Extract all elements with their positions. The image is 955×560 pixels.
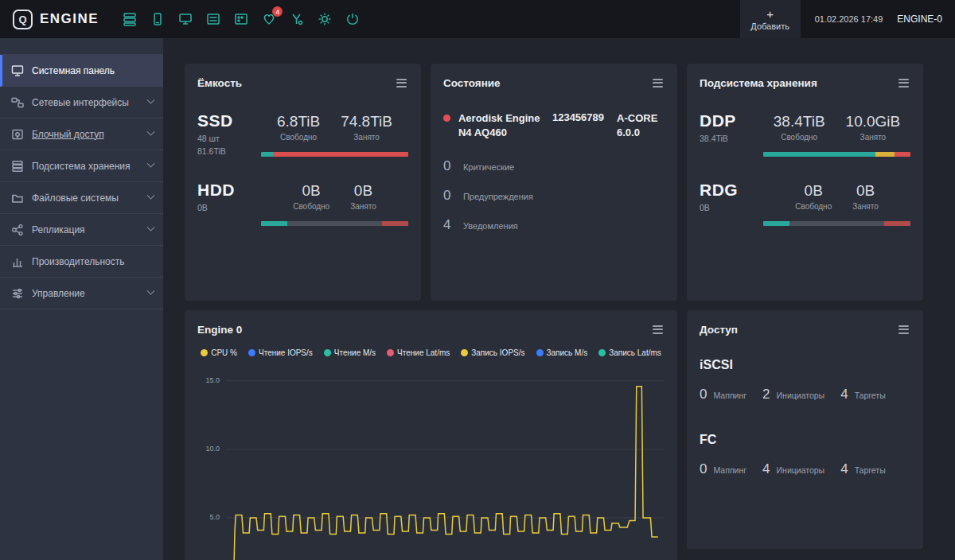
sidebar-item-performance[interactable]: Производительность (0, 246, 163, 278)
brand: Q ENGINE (13, 10, 99, 29)
sidebar-item-file-systems[interactable]: Файловые системы (0, 182, 163, 214)
chevron-down-icon (147, 128, 155, 136)
status-item-critical: 0 Критические (443, 158, 665, 174)
storage-shelf-icon[interactable] (119, 9, 140, 29)
used-label: Занято (852, 202, 879, 211)
card-menu-icon[interactable] (651, 321, 665, 337)
legend-item[interactable]: CPU % (201, 348, 237, 357)
monitor-icon[interactable] (175, 9, 196, 29)
stat-value: 0 (700, 387, 707, 402)
legend-dot (598, 349, 606, 356)
status-label: Критические (463, 162, 514, 172)
chevron-down-icon (147, 287, 155, 295)
pool-sub: 0B (197, 203, 261, 212)
main-content: Ёмкость SSD 48 шт 81.6TiB 6.8TiBСвободно… (163, 38, 955, 560)
stat-label: Таргеты (855, 465, 886, 475)
stat-targets: 4Таргеты (840, 461, 886, 477)
legend-dot (201, 349, 208, 356)
chart-legend: CPU % Чтение IOPS/s Чтение M/s Чтение La… (197, 348, 665, 357)
sidebar-item-network-interfaces[interactable]: Сетевые интерфейсы (0, 87, 163, 119)
block-device-icon (11, 128, 24, 141)
top-header: Q ENGINE 4 + (0, 0, 955, 38)
logo-icon: Q (13, 10, 33, 29)
protocol-name: FC (700, 433, 910, 447)
stat-targets: 4Таргеты (840, 387, 886, 402)
access-section-iscsi: iSCSI 0Маппинг 2Инициаторы 4Таргеты (700, 358, 910, 402)
used-label: Занято (341, 133, 392, 142)
stat-label: Таргеты (855, 391, 886, 400)
sidebar-item-label: Файловые системы (32, 192, 119, 204)
pool-sub: 0B (700, 203, 763, 212)
legend-item[interactable]: Запись Lat/ms (598, 348, 661, 357)
legend-item[interactable]: Чтение Lat/ms (387, 348, 450, 357)
legend-item[interactable]: Запись IOPS/s (461, 348, 524, 357)
power-refresh-icon[interactable] (342, 9, 363, 29)
sidebar-item-storage-subsystem[interactable]: Подсистема хранения (0, 150, 163, 182)
screen-grid-icon[interactable] (231, 9, 251, 29)
device-icon[interactable] (147, 9, 168, 29)
legend-label: Запись Lat/ms (609, 348, 661, 357)
used-label: Занято (350, 202, 376, 211)
capacity-group-hdd: HDD 0B 0BСвободно 0BЗанято (197, 181, 408, 226)
card-menu-icon[interactable] (897, 75, 910, 91)
firmware-version: A-CORE 6.0.0 (617, 111, 665, 139)
protocol-name: iSCSI (700, 358, 910, 372)
pool-name: SSD (197, 111, 261, 130)
status-count: 0 (443, 158, 452, 174)
engine-selector[interactable]: ENGINE-0 (897, 14, 942, 25)
legend-item[interactable]: Чтение IOPS/s (248, 348, 313, 357)
status-item-notifications: 4 Уведомления (443, 217, 665, 233)
pool-name: HDD (197, 181, 261, 200)
free-value: 6.8TiB (277, 113, 320, 130)
health-heart-icon[interactable]: 4 (259, 9, 279, 29)
performance-chart: 5.010.015.0 (197, 370, 665, 560)
storage-group-rdg: RDG 0B 0BСвободно 0BЗанято (700, 181, 910, 226)
legend-item[interactable]: Чтение M/s (324, 348, 376, 357)
legend-item[interactable]: Запись M/s (536, 348, 588, 357)
engine-chart (226, 370, 665, 560)
network-icon (11, 96, 24, 109)
chevron-down-icon (147, 96, 155, 104)
stat-value: 4 (840, 387, 848, 402)
legend-label: Чтение IOPS/s (259, 348, 313, 357)
access-section-fc: FC 0Маппинг 4Инициаторы 4Таргеты (700, 433, 910, 477)
status-card: Состояние Aerodisk Engine N4 AQ460 12345… (431, 64, 677, 301)
legend-label: Чтение M/s (334, 348, 376, 357)
add-button[interactable]: + Добавить (740, 0, 801, 38)
card-menu-icon[interactable] (395, 75, 408, 91)
capacity-bar (763, 221, 910, 226)
legend-label: Запись IOPS/s (471, 348, 524, 357)
stat-value: 2 (762, 387, 770, 402)
sensors-icon[interactable] (286, 9, 307, 29)
status-count: 4 (443, 217, 452, 233)
chevron-down-icon (147, 160, 155, 168)
capacity-card: Ёмкость SSD 48 шт 81.6TiB 6.8TiBСвободно… (185, 64, 421, 301)
free-label: Свободно (293, 202, 329, 211)
free-value: 0B (795, 182, 832, 200)
sidebar-item-replication[interactable]: Репликация (0, 214, 163, 246)
legend-label: CPU % (211, 348, 237, 357)
stat-label: Маппинг (714, 465, 747, 475)
sidebar: Системная панель Сетевые интерфейсы Блоч… (0, 38, 163, 560)
list-panel-icon[interactable] (203, 9, 224, 29)
stat-value: 0 (700, 461, 707, 477)
gear-icon[interactable] (314, 9, 335, 29)
used-value: 0B (350, 182, 376, 200)
card-menu-icon[interactable] (897, 321, 910, 337)
status-label: Предупреждения (463, 192, 533, 201)
pool-sub: 48 шт (197, 134, 261, 143)
sidebar-item-label: Управление (32, 288, 85, 299)
header-icon-bar: 4 (119, 9, 363, 29)
engine-performance-card: Engine 0 CPU % Чтение IOPS/s Чтение M/s … (185, 310, 677, 560)
sidebar-item-label: Производительность (32, 256, 124, 267)
stat-label: Инициаторы (777, 465, 825, 475)
stat-label: Маппинг (714, 391, 747, 400)
legend-label: Чтение Lat/ms (397, 348, 450, 357)
used-value: 0B (852, 182, 879, 200)
sidebar-item-system-panel[interactable]: Системная панель (0, 55, 163, 87)
sidebar-item-management[interactable]: Управление (0, 278, 163, 309)
sidebar-item-block-access[interactable]: Блочный доступ (0, 119, 163, 150)
pool-name: RDG (700, 181, 763, 200)
card-menu-icon[interactable] (651, 75, 665, 91)
plus-icon: + (766, 8, 774, 20)
